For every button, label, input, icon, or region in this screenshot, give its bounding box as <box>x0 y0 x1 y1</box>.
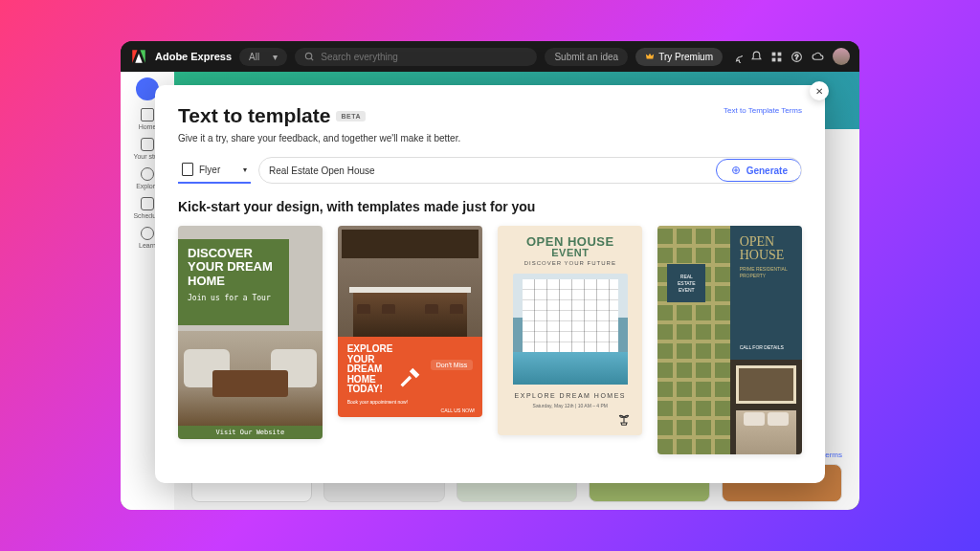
svg-text:?: ? <box>795 54 799 60</box>
template-headline: DISCOVER YOUR DREAM HOME <box>188 247 279 288</box>
input-row: Flyer ▾ Generate <box>178 157 802 184</box>
room-photo <box>178 331 323 426</box>
svg-rect-2 <box>772 52 776 55</box>
modal-title: Text to template BETA <box>178 104 366 127</box>
search-icon <box>304 52 315 62</box>
try-premium-label: Try Premium <box>658 52 713 62</box>
headline-block: OPEN HOUSE PRIME RESIDENTIAL PROPERTY CA… <box>730 226 802 360</box>
category-dropdown[interactable]: All ▾ <box>239 48 287 66</box>
call-now: CALL US NOW! <box>441 408 476 413</box>
svg-rect-3 <box>778 52 782 55</box>
chevron-down-icon: ▾ <box>243 165 247 174</box>
template-date: Saturday, May 12th | 10 AM – 4 PM <box>507 403 633 408</box>
bell-icon[interactable] <box>750 51 763 63</box>
chevron-down-icon: ▾ <box>273 52 278 62</box>
template-headline: OPEN HOUSE <box>740 235 792 262</box>
help-icon[interactable]: ? <box>791 51 803 63</box>
top-icons: ? <box>730 48 850 65</box>
template-type-select[interactable]: Flyer ▾ <box>178 157 251 184</box>
template-book: Book your appointment now! <box>347 399 474 405</box>
text-to-template-modal: ✕ Text to template BETA Text to Template… <box>155 85 825 483</box>
sparkle-icon <box>730 165 742 176</box>
prompt-input[interactable] <box>269 165 717 176</box>
svg-line-1 <box>311 57 313 59</box>
template-card[interactable]: OPEN HOUSE EVENT DISCOVER YOUR FUTURE EX… <box>498 226 642 435</box>
beta-badge: BETA <box>336 111 366 121</box>
template-sub: DISCOVER YOUR FUTURE <box>507 260 633 266</box>
app-window: Adobe Express All ▾ Submit an idea Try P… <box>121 41 859 510</box>
modal-backdrop: ✕ Text to template BETA Text to Template… <box>121 72 859 510</box>
app-name: Adobe Express <box>155 51 232 62</box>
modal-subtitle: Give it a try, share your feedback, and … <box>178 133 802 143</box>
pattern-panel: REAL ESTATE EVENT <box>657 226 729 454</box>
house-photo <box>513 274 628 385</box>
template-card[interactable]: EXPLORE YOUR DREAM HOME TODAY! Book your… <box>338 226 483 417</box>
submit-idea-button[interactable]: Submit an idea <box>545 48 628 66</box>
cloud-icon[interactable] <box>811 51 825 63</box>
dont-miss-badge: Don't Miss <box>431 360 473 370</box>
search-input[interactable] <box>321 52 527 62</box>
right-panel: OPEN HOUSE PRIME RESIDENTIAL PROPERTY CA… <box>730 226 802 454</box>
headline-block: DISCOVER YOUR DREAM HOME Join us for a T… <box>178 239 289 325</box>
adobe-logo-icon <box>130 48 147 65</box>
plant-icon <box>615 408 633 426</box>
template-event: EVENT <box>507 248 633 258</box>
headline-block: EXPLORE YOUR DREAM HOME TODAY! Book your… <box>338 337 483 417</box>
flyer-icon <box>182 163 193 176</box>
search-bar[interactable] <box>295 48 537 66</box>
results-title: Kick-start your design, with templates m… <box>178 199 802 214</box>
kitchen-photo <box>338 226 483 337</box>
topbar: Adobe Express All ▾ Submit an idea Try P… <box>121 41 859 72</box>
prompt-field-wrap: Generate <box>258 157 802 184</box>
generate-label: Generate <box>746 165 788 176</box>
modal-header: Text to template BETA Text to Template T… <box>178 104 802 127</box>
template-card[interactable]: DISCOVER YOUR DREAM HOME Join us for a T… <box>178 226 323 439</box>
event-badge: REAL ESTATE EVENT <box>667 264 705 302</box>
apps-icon[interactable] <box>770 51 783 63</box>
chat-icon[interactable] <box>730 51 743 63</box>
svg-point-0 <box>306 53 312 58</box>
template-sub: PRIME RESIDENTIAL PROPERTY <box>740 266 792 278</box>
template-card[interactable]: REAL ESTATE EVENT OPEN HOUSE PRIME RESID… <box>657 226 802 454</box>
generate-button[interactable]: Generate <box>716 159 802 182</box>
svg-rect-5 <box>778 57 782 61</box>
type-label: Flyer <box>199 165 220 175</box>
dropdown-label: All <box>249 52 259 62</box>
template-footer: Visit Our Website <box>178 426 323 439</box>
templates-row: DISCOVER YOUR DREAM HOME Join us for a T… <box>178 226 802 454</box>
call-details: CALL FOR DETAILS <box>740 344 792 350</box>
avatar[interactable] <box>833 48 850 65</box>
close-button[interactable]: ✕ <box>810 81 829 100</box>
bedroom-photo <box>730 360 802 454</box>
try-premium-button[interactable]: Try Premium <box>635 48 723 66</box>
crown-icon <box>645 52 655 61</box>
template-tag: EXPLORE DREAM HOMES <box>507 392 633 399</box>
hammer-icon <box>397 364 424 390</box>
close-icon: ✕ <box>815 86 823 97</box>
template-sub: Join us for a Tour <box>188 294 279 302</box>
svg-rect-4 <box>772 57 776 61</box>
terms-link[interactable]: Text to Template Terms <box>724 106 802 115</box>
